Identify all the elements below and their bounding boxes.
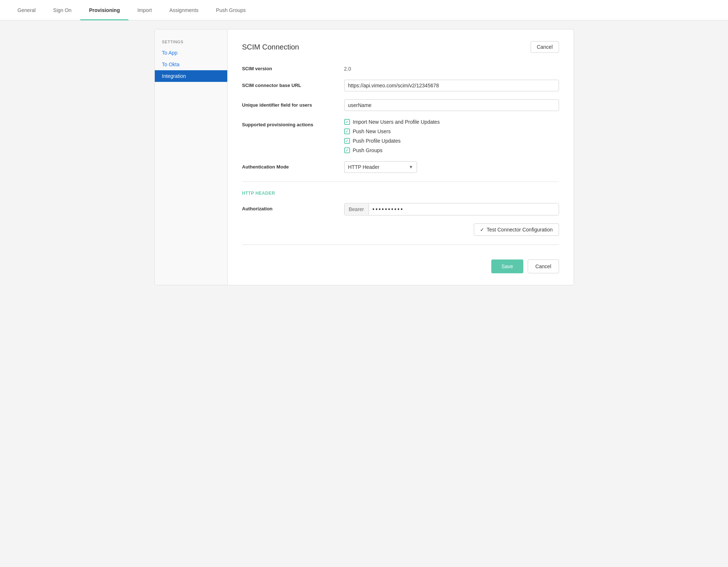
checkbox-item-push-new-users: ✓Push New Users [344, 128, 440, 134]
action-row: Save Cancel [242, 254, 559, 273]
checkbox-item-import-new-users: ✓Import New Users and Profile Updates [344, 119, 440, 125]
checkbox-group: ✓Import New Users and Profile Updates✓Pu… [344, 119, 440, 153]
bearer-prefix: Bearer [345, 204, 369, 215]
check-mark-icon: ✓ [345, 120, 349, 124]
authorization-label: Authorization [242, 203, 344, 211]
page-content: SETTINGS To AppTo OktaIntegration SCIM C… [146, 20, 583, 294]
nav-tab-assignments[interactable]: Assignments [161, 0, 207, 20]
nav-tab-push-groups[interactable]: Push Groups [207, 0, 255, 20]
checkbox-label-push-groups: Push Groups [353, 147, 383, 153]
checkbox-label-push-profile-updates: Push Profile Updates [353, 138, 401, 144]
sidebar-item-integration[interactable]: Integration [155, 70, 227, 82]
auth-mode-label: Authentication Mode [242, 161, 344, 170]
checkbox-item-push-profile-updates: ✓Push Profile Updates [344, 138, 440, 144]
nav-tab-import[interactable]: Import [129, 0, 161, 20]
unique-id-input[interactable] [344, 99, 559, 111]
unique-id-row: Unique identifier field for users [242, 99, 559, 111]
unique-id-label: Unique identifier field for users [242, 99, 344, 108]
sidebar-item-to-app[interactable]: To App [155, 47, 227, 59]
checkbox-push-profile-updates[interactable]: ✓ [344, 138, 350, 144]
cancel-top-button[interactable]: Cancel [531, 41, 559, 53]
auth-mode-select-wrapper: HTTP HeaderBasic AuthOAuth 2.0 ▼ [344, 161, 417, 173]
scim-base-url-input[interactable] [344, 80, 559, 91]
test-connector-label: Test Connector Configuration [487, 227, 552, 233]
checkbox-label-import-new-users: Import New Users and Profile Updates [353, 119, 440, 125]
test-connector-button[interactable]: ✓ Test Connector Configuration [474, 223, 559, 236]
check-mark-icon: ✓ [345, 129, 349, 134]
checkbox-label-push-new-users: Push New Users [353, 128, 391, 134]
nav-tab-general[interactable]: General [9, 0, 44, 20]
scim-version-row: SCIM version 2.0 [242, 63, 559, 72]
section-header: SCIM Connection Cancel [242, 41, 559, 53]
http-header-title: HTTP HEADER [242, 191, 559, 196]
auth-mode-select[interactable]: HTTP HeaderBasic AuthOAuth 2.0 [344, 161, 417, 173]
checkbox-item-push-groups: ✓Push Groups [344, 147, 440, 153]
provisioning-actions-label: Supported provisioning actions [242, 119, 344, 127]
scim-base-url-row: SCIM connector base URL [242, 80, 559, 91]
auth-mode-row: Authentication Mode HTTP HeaderBasic Aut… [242, 161, 559, 173]
http-header-section: HTTP HEADER Authorization Bearer ✓ Test … [242, 191, 559, 236]
checkbox-import-new-users[interactable]: ✓ [344, 119, 350, 125]
checkbox-push-groups[interactable]: ✓ [344, 147, 350, 153]
sidebar-item-to-okta[interactable]: To Okta [155, 59, 227, 70]
nav-tab-sign-on[interactable]: Sign On [44, 0, 80, 20]
token-input[interactable] [369, 203, 559, 215]
test-btn-row: ✓ Test Connector Configuration [242, 223, 559, 236]
checkbox-push-new-users[interactable]: ✓ [344, 128, 350, 134]
authorization-row: Authorization Bearer [242, 203, 559, 215]
section-title: SCIM Connection [242, 43, 299, 51]
top-nav: GeneralSign OnProvisioningImportAssignme… [0, 0, 728, 20]
sidebar-heading: SETTINGS [155, 37, 227, 47]
auth-field: Bearer [344, 203, 559, 215]
cancel-bottom-button[interactable]: Cancel [528, 259, 559, 273]
provisioning-actions-row: Supported provisioning actions ✓Import N… [242, 119, 559, 153]
check-mark-icon: ✓ [345, 148, 349, 153]
main-content: SCIM Connection Cancel SCIM version 2.0 … [228, 29, 574, 285]
save-button[interactable]: Save [491, 259, 523, 273]
nav-tab-provisioning[interactable]: Provisioning [80, 0, 129, 20]
scim-base-url-label: SCIM connector base URL [242, 80, 344, 88]
scim-version-value: 2.0 [344, 63, 559, 72]
bottom-divider [242, 245, 559, 245]
scim-version-label: SCIM version [242, 63, 344, 71]
sidebar: SETTINGS To AppTo OktaIntegration [155, 29, 228, 285]
divider [242, 182, 559, 182]
content-wrapper: SETTINGS To AppTo OktaIntegration SCIM C… [154, 29, 574, 285]
check-mark-icon: ✓ [345, 139, 349, 143]
check-icon: ✓ [480, 227, 484, 233]
